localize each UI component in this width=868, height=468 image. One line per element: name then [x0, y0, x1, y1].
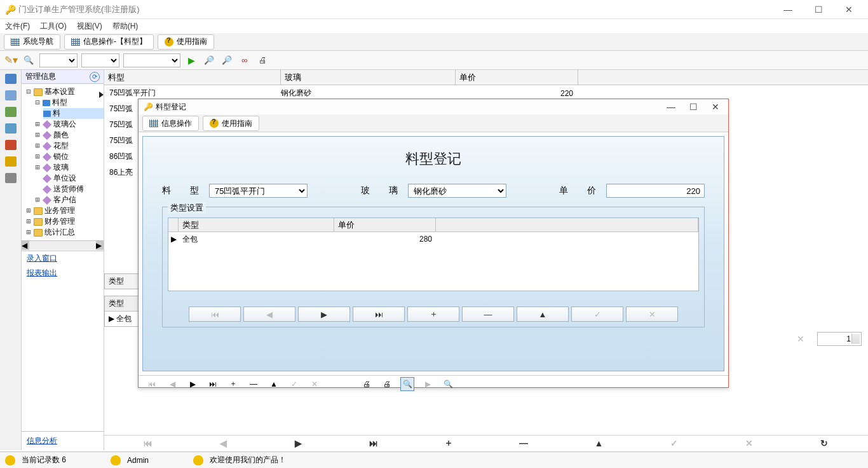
- inner-table-row[interactable]: ▶ 全包 280: [168, 232, 698, 246]
- foot-edit-icon[interactable]: ▲: [267, 377, 281, 391]
- col-price[interactable]: 单价: [456, 70, 578, 85]
- filter-select-3[interactable]: [123, 53, 180, 67]
- maximize-icon[interactable]: ☐: [811, 4, 826, 15]
- nav-cancel-icon[interactable]: ✕: [712, 438, 787, 448]
- tree-scroll[interactable]: ◀▶: [22, 240, 104, 251]
- tree-root[interactable]: ⊟基本设置: [25, 86, 104, 97]
- inner-col-type[interactable]: 类型: [179, 218, 334, 231]
- select-type[interactable]: 75凹弧平开门: [209, 184, 308, 198]
- dialog-tab-help[interactable]: 使用指南: [203, 116, 259, 131]
- nav-confirm[interactable]: ✓: [571, 306, 623, 322]
- foot-prev-icon[interactable]: ◀: [165, 377, 179, 391]
- tree-branch[interactable]: ⊞财务管理: [25, 216, 104, 227]
- strip-icon-7[interactable]: [5, 173, 17, 183]
- tree-item[interactable]: 送货师傅: [34, 184, 104, 195]
- menu-tools[interactable]: 工具(O): [40, 21, 66, 32]
- tree-branch[interactable]: ⊞统计汇总: [25, 227, 104, 238]
- dialog-maximize-icon[interactable]: ☐: [689, 102, 698, 112]
- foot-ok-icon[interactable]: ✓: [287, 377, 301, 391]
- tab-system-nav[interactable]: 系统导航: [4, 34, 60, 50]
- tree-item[interactable]: ⊞玻璃公: [34, 119, 104, 130]
- page-number[interactable]: 1: [817, 332, 862, 346]
- foot-print-icon[interactable]: 🖨: [360, 377, 374, 391]
- input-price[interactable]: [606, 184, 705, 198]
- menu-help[interactable]: 帮助(H): [112, 21, 139, 32]
- nav-cancel[interactable]: ✕: [626, 306, 678, 322]
- nav-prev-icon[interactable]: ◀: [186, 438, 261, 448]
- grid-icon: [71, 38, 80, 46]
- tree-item[interactable]: ⊞客户信: [34, 195, 104, 205]
- run-icon[interactable]: ▶: [184, 53, 198, 67]
- nav-refresh-icon[interactable]: ↻: [787, 438, 862, 448]
- link-analysis[interactable]: 信息分析: [22, 431, 104, 450]
- link-entry-window[interactable]: 录入窗口: [22, 251, 104, 266]
- dialog-titlebar[interactable]: 🔑 料型登记 — ☐ ✕: [139, 99, 728, 114]
- tree-item[interactable]: ⊞颜色: [34, 130, 104, 141]
- nav-remove[interactable]: —: [462, 306, 514, 322]
- filter-select-2[interactable]: [81, 53, 119, 67]
- foot-cancel-icon[interactable]: ✕: [308, 377, 322, 391]
- foot-add-icon[interactable]: ＋: [226, 377, 240, 391]
- dialog-minimize-icon[interactable]: —: [667, 102, 675, 112]
- close-icon[interactable]: ✕: [841, 4, 857, 15]
- tree-item[interactable]: ⊟料型: [34, 97, 104, 108]
- link-report[interactable]: 报表输出: [22, 266, 104, 280]
- menu-file[interactable]: 文件(F): [5, 21, 30, 32]
- print-icon[interactable]: 🖨: [255, 53, 269, 67]
- nav-prev[interactable]: ◀: [243, 306, 295, 322]
- foot-remove-icon[interactable]: —: [247, 377, 261, 391]
- strip-icon-1[interactable]: [5, 74, 17, 84]
- toolbar: ✎▾ 🔍 ▶ 🔎 🔎 ∞ 🖨: [0, 51, 868, 70]
- foot-first-icon[interactable]: ⏮: [145, 377, 159, 391]
- nav-add[interactable]: ＋: [407, 306, 459, 322]
- nav-up[interactable]: ▲: [517, 306, 569, 322]
- strip-icon-3[interactable]: [5, 107, 17, 117]
- nav-next-icon[interactable]: ▶: [261, 438, 336, 448]
- foot-print2-icon[interactable]: 🖨: [380, 377, 394, 391]
- search-icon[interactable]: 🔍: [22, 53, 36, 67]
- edit-icon[interactable]: ✎▾: [4, 53, 18, 67]
- foot-last-icon[interactable]: ⏭: [206, 377, 220, 391]
- inner-col-price[interactable]: 单价: [334, 218, 436, 231]
- nav-last-icon[interactable]: ⏭: [336, 438, 411, 448]
- nav-first-icon[interactable]: ⏮: [111, 438, 186, 448]
- sub-row[interactable]: ▶全包: [105, 312, 140, 326]
- nav-up-icon[interactable]: ▲: [561, 438, 636, 448]
- filter-select-1[interactable]: [39, 53, 78, 67]
- strip-icon-6[interactable]: [5, 156, 17, 167]
- tree-item[interactable]: ⊞锁位: [34, 151, 104, 162]
- dialog-tab-info[interactable]: 信息操作: [142, 116, 199, 131]
- strip-icon-4[interactable]: [5, 123, 17, 134]
- welcome-icon: [193, 455, 203, 465]
- col-type[interactable]: 料型: [104, 70, 281, 85]
- menu-view[interactable]: 视图(V): [77, 21, 102, 32]
- foot-play2-icon[interactable]: ▶: [421, 377, 435, 391]
- tab-help[interactable]: 使用指南: [158, 34, 214, 50]
- nav-remove-icon[interactable]: —: [486, 438, 561, 448]
- nav-first[interactable]: ⏮: [189, 306, 241, 322]
- nav-check-icon[interactable]: ✓: [636, 438, 711, 448]
- tree-item[interactable]: 单位设: [34, 173, 104, 184]
- tree-branch[interactable]: ⊞业务管理: [25, 205, 104, 216]
- nav-last[interactable]: ⏭: [353, 306, 405, 322]
- foot-search-icon[interactable]: 🔍: [400, 377, 414, 391]
- strip-icon-5[interactable]: [5, 140, 17, 150]
- refresh-icon[interactable]: ⟳: [90, 72, 100, 82]
- tree-item[interactable]: ⊞玻璃: [34, 162, 104, 173]
- tree-item-selected[interactable]: 料: [43, 108, 104, 119]
- foot-next-icon[interactable]: ▶: [186, 377, 200, 391]
- find-person-icon[interactable]: 🔎: [202, 53, 216, 67]
- nav-play[interactable]: ▶: [298, 306, 350, 322]
- select-glass[interactable]: 钢化磨砂: [408, 184, 506, 198]
- link-icon[interactable]: ∞: [238, 53, 252, 67]
- find-cancel-icon[interactable]: 🔎: [220, 53, 234, 67]
- dialog-close-icon[interactable]: ✕: [712, 102, 719, 112]
- tree-item[interactable]: ⊞花型: [34, 141, 104, 151]
- foot-search2-icon[interactable]: 🔍: [441, 377, 455, 391]
- sub-tab[interactable]: 类型: [104, 273, 141, 289]
- col-glass[interactable]: 玻璃: [281, 70, 456, 85]
- nav-add-icon[interactable]: ＋: [411, 437, 486, 449]
- strip-icon-2[interactable]: [5, 90, 17, 100]
- tab-info-op[interactable]: 信息操作-【料型】: [64, 34, 154, 50]
- minimize-icon[interactable]: —: [780, 4, 796, 15]
